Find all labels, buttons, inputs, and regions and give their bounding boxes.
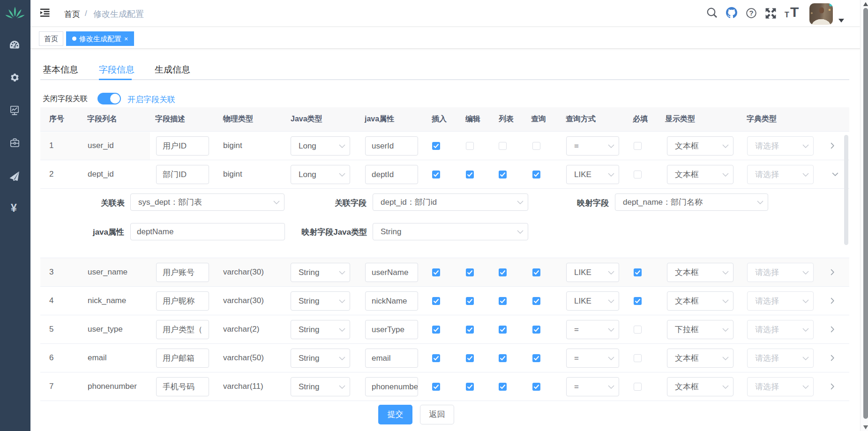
svg-text:?: ? bbox=[749, 9, 753, 17]
